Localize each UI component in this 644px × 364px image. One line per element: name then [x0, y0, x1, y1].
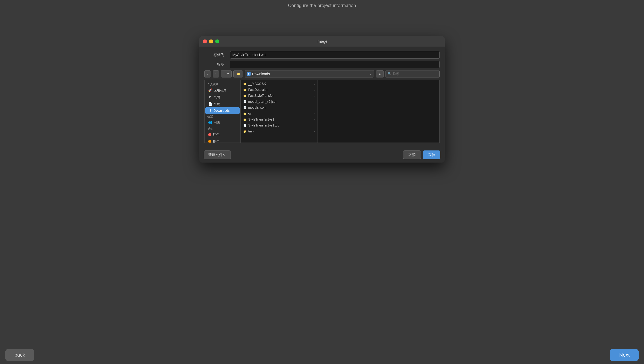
file-list: 📁__MACOSX›📁FastDetection›📁FastStyleTrans…: [241, 80, 318, 142]
personal-section-header: 个人收藏: [205, 82, 240, 87]
save-as-input[interactable]: [230, 51, 440, 58]
sidebar-item-label: Downloads: [214, 109, 230, 112]
save-as-label: 存储为：: [204, 52, 228, 57]
sidebar-item-orange-tag[interactable]: 橙色: [205, 138, 240, 142]
location-folder-icon: ⬇: [247, 72, 250, 76]
expand-button[interactable]: ▲: [376, 70, 384, 78]
downloads-icon: ⬇: [208, 109, 212, 112]
sidebar-item-label: 红色: [213, 132, 219, 137]
documents-icon: 📄: [208, 102, 212, 106]
minimize-button[interactable]: [209, 40, 213, 44]
file-item[interactable]: 📁FastDetection›: [241, 87, 317, 93]
sidebar-item-label: 桌面: [214, 95, 220, 99]
folder-icon: 📁: [243, 94, 247, 98]
chevron-right-icon: ›: [314, 94, 315, 97]
tags-row: 标签：: [204, 61, 440, 68]
dialog-body: 存储为： 标签： ‹ › ⊞ ▾ 📁 ⬇ Downloads ⌄ ▲ 🔍: [199, 47, 445, 147]
save-button[interactable]: 存储: [423, 150, 440, 159]
next-button[interactable]: Next: [610, 349, 638, 361]
folder-icon: 📁: [243, 130, 247, 133]
search-icon: 🔍: [388, 72, 392, 76]
tags-label: 标签：: [204, 62, 228, 67]
window-title: Configure the project information: [288, 3, 356, 8]
file-name: StyleTransfer1vs1: [248, 118, 274, 122]
sidebar-item-label: 文稿: [214, 102, 220, 106]
forward-arrow-button[interactable]: ›: [213, 70, 219, 78]
back-button[interactable]: back: [6, 349, 34, 361]
preview-panel-2: [363, 80, 440, 142]
file-icon: 📄: [243, 106, 247, 110]
sidebar-item-downloads[interactable]: ⬇ Downloads: [205, 108, 240, 114]
sidebar-item-applications[interactable]: 🚀 应用程序: [205, 87, 240, 94]
location-chevron-icon: ⌄: [370, 72, 372, 76]
dialog-titlebar: Image: [199, 36, 445, 47]
chevron-right-icon: ›: [314, 118, 315, 121]
file-item[interactable]: 📁tmp›: [241, 128, 317, 134]
folder-icon-button[interactable]: 📁: [233, 70, 243, 78]
view-options-button[interactable]: ⊞ ▾: [221, 70, 232, 78]
maximize-button[interactable]: [215, 40, 219, 44]
close-button[interactable]: [203, 40, 207, 44]
save-dialog: Image 存储为： 标签： ‹ › ⊞ ▾ 📁 ⬇ Downloads ⌄ ▲: [199, 36, 445, 162]
dialog-title: Image: [316, 39, 328, 44]
file-name: ocr: [248, 112, 253, 116]
footer-right-buttons: 取消 存储: [403, 150, 440, 159]
file-item[interactable]: 📁__MACOSX›: [241, 81, 317, 87]
orange-tag-dot: [208, 140, 211, 142]
cancel-button[interactable]: 取消: [403, 150, 421, 159]
applications-icon: 🚀: [208, 88, 212, 92]
tags-input[interactable]: [230, 61, 440, 68]
location-section-header: 位置: [205, 114, 240, 119]
folder-icon: 📁: [243, 112, 247, 115]
folder-icon: 📁: [243, 88, 247, 92]
file-name: tmp: [248, 130, 254, 133]
search-bar: 🔍: [386, 70, 440, 78]
file-name: FastDetection: [248, 88, 268, 92]
traffic-lights: [203, 40, 219, 44]
sidebar: 个人收藏 🚀 应用程序 🖥 桌面 📄 文稿 ⬇ Downloads 位: [205, 80, 241, 142]
save-as-row: 存储为：: [204, 51, 440, 58]
location-text: Downloads: [252, 72, 370, 76]
toolbar-row: ‹ › ⊞ ▾ 📁 ⬇ Downloads ⌄ ▲ 🔍: [204, 70, 440, 78]
chevron-right-icon: ›: [314, 88, 315, 91]
content-area: 个人收藏 🚀 应用程序 🖥 桌面 📄 文稿 ⬇ Downloads 位: [204, 80, 440, 143]
chevron-right-icon: ›: [314, 112, 315, 115]
sidebar-item-label: 网络: [214, 120, 220, 125]
sidebar-item-network[interactable]: 🌐 网络: [205, 119, 240, 126]
sidebar-item-label: 橙色: [213, 139, 219, 142]
network-icon: 🌐: [208, 120, 212, 124]
file-item[interactable]: 📄model_train_v2.json: [241, 99, 317, 105]
folder-icon: 📁: [243, 118, 247, 121]
search-input[interactable]: [393, 72, 438, 76]
file-name: model_train_v2.json: [248, 100, 277, 104]
desktop-icon: 🖥: [208, 95, 212, 99]
tags-section-header: 标签: [205, 126, 240, 131]
back-arrow-button[interactable]: ‹: [204, 70, 211, 78]
sidebar-item-red-tag[interactable]: 红色: [205, 131, 240, 138]
window-titlebar: Configure the project information: [0, 0, 644, 11]
file-item[interactable]: 📄models.json: [241, 105, 317, 111]
bottom-navigation: back Next: [0, 346, 644, 364]
file-item[interactable]: 📁StyleTransfer1vs1›: [241, 116, 317, 122]
file-name: FastStyleTransfer: [248, 94, 274, 98]
file-icon: 📄: [243, 124, 247, 127]
sidebar-item-documents[interactable]: 📄 文稿: [205, 100, 240, 108]
preview-panel-1: [318, 80, 363, 142]
sidebar-item-desktop[interactable]: 🖥 桌面: [205, 94, 240, 100]
file-name: __MACOSX: [248, 82, 266, 86]
file-icon: 📄: [243, 100, 247, 104]
file-item[interactable]: 📁FastStyleTransfer›: [241, 93, 317, 99]
file-item[interactable]: 📁ocr›: [241, 111, 317, 116]
file-name: StyleTransfer1vs1.zip: [248, 124, 279, 128]
new-folder-button[interactable]: 新建文件夹: [204, 150, 231, 159]
dialog-footer: 新建文件夹 取消 存储: [199, 147, 445, 162]
red-tag-dot: [208, 133, 211, 136]
location-bar[interactable]: ⬇ Downloads ⌄: [245, 70, 374, 78]
folder-icon: 📁: [243, 82, 247, 86]
sidebar-item-label: 应用程序: [214, 88, 227, 92]
chevron-right-icon: ›: [314, 82, 315, 86]
chevron-right-icon: ›: [314, 130, 315, 133]
file-item[interactable]: 📄StyleTransfer1vs1.zip: [241, 122, 317, 128]
file-name: models.json: [248, 106, 265, 110]
